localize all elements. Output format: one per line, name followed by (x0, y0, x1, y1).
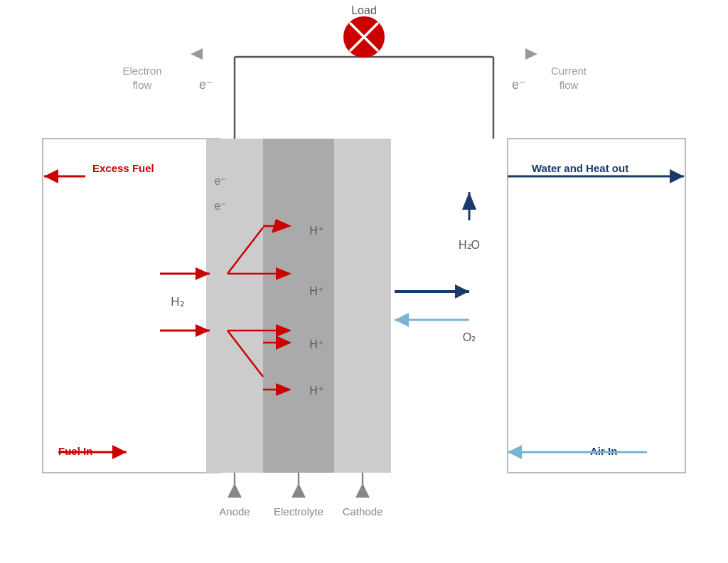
svg-text:flow: flow (560, 79, 579, 91)
svg-text:e⁻: e⁻ (512, 77, 526, 92)
svg-text:Electrolyte: Electrolyte (274, 505, 323, 518)
svg-text:e⁻: e⁻ (215, 200, 227, 212)
fuel-cell-diagram: Load Electron flow e⁻ Current flow e⁻ e⁻… (0, 0, 728, 563)
svg-text:H₂: H₂ (171, 295, 184, 309)
svg-text:Anode: Anode (219, 505, 250, 518)
svg-rect-4 (334, 139, 391, 473)
svg-rect-2 (206, 139, 263, 473)
svg-text:H⁺: H⁺ (309, 225, 323, 237)
svg-text:e⁻: e⁻ (199, 77, 213, 92)
svg-rect-1 (508, 139, 685, 473)
svg-rect-3 (263, 139, 334, 473)
svg-text:e⁻: e⁻ (215, 175, 227, 187)
svg-text:H⁺: H⁺ (309, 285, 323, 297)
svg-text:Water and Heat out: Water and Heat out (532, 162, 628, 174)
svg-text:Electron: Electron (122, 65, 161, 77)
svg-text:Cathode: Cathode (343, 505, 383, 518)
svg-text:Excess Fuel: Excess Fuel (92, 162, 154, 174)
svg-marker-15 (191, 48, 203, 60)
svg-text:H⁺: H⁺ (309, 385, 323, 397)
svg-text:Current: Current (551, 65, 587, 77)
svg-marker-19 (525, 48, 537, 60)
svg-rect-0 (43, 139, 220, 473)
svg-text:H⁺: H⁺ (309, 338, 323, 350)
svg-text:Load: Load (351, 4, 377, 16)
svg-text:flow: flow (133, 79, 152, 91)
svg-text:H₂O: H₂O (459, 239, 480, 251)
svg-text:O₂: O₂ (463, 331, 476, 343)
